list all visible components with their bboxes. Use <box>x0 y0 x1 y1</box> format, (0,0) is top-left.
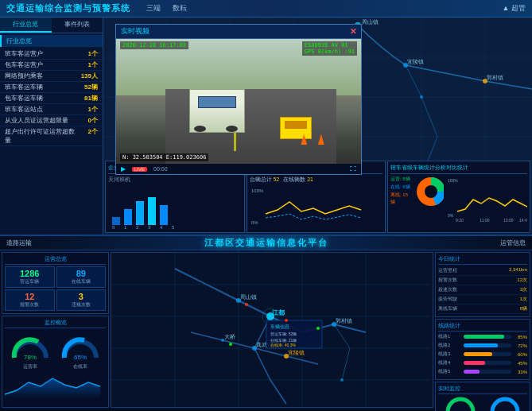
bp3-legend-1: 在线: 6辆 <box>390 184 411 191</box>
svg-text:0: 0 <box>112 225 115 229</box>
panel-row-3: 网络预约乘客 139人 <box>0 71 103 82</box>
progress-bar-bg-0 <box>464 335 511 339</box>
bp2-total: 52 <box>273 176 279 182</box>
label-6: 班车客运站点 <box>5 105 76 114</box>
bottom-map-svg: 周山镇 江都 郭村镇 真武镇 宜陵镇 大桥 车辆信息 营运车辆: 52辆 在线车… <box>111 253 433 407</box>
tab-overview[interactable]: 行业总览 <box>0 17 52 33</box>
progress-row-0: 线路1 85% <box>438 333 527 340</box>
svg-text:3: 3 <box>148 225 151 229</box>
svg-point-87 <box>492 399 518 411</box>
panel-row-1: 班车客运营户 1个 <box>0 48 103 60</box>
stat-value-0: 1286 <box>8 269 52 278</box>
info-row-1: 报警次数 12次 <box>438 276 527 285</box>
left-panel-tabs: 行业总览 事件列表 <box>0 17 103 33</box>
video-modal-header: 实时视频 ✕ <box>116 25 361 39</box>
stats1-title: 运营总览 <box>5 255 106 265</box>
progress-row-2: 线路3 60% <box>438 351 527 358</box>
progress-bar-fill-2 <box>464 352 492 356</box>
bottom-header: 道路运输 江都区交通运输信息化平台 运管信息 <box>0 236 532 250</box>
info-value-1: 12次 <box>517 277 527 284</box>
label-1: 班车客运营户 <box>5 49 76 58</box>
progress-bar-fill-1 <box>464 343 498 347</box>
bottom-right-label: 运管信息 <box>500 238 526 247</box>
fullscreen-button[interactable]: ⛶ <box>350 165 356 173</box>
svg-point-82 <box>229 343 232 346</box>
svg-text:13:00: 13:00 <box>503 218 514 223</box>
progress-val-4: 33% <box>513 370 527 374</box>
value-3: 139人 <box>76 72 98 80</box>
stats-panel-1: 运营总览 1286 营运车辆 89 在线车辆 12 报警次数 <box>2 252 109 314</box>
map-area: 周山镇 郭村镇 宜陵镇 真武镇 江都 大桥镇 吴桥镇 邵伯镇 小纪镇 实时视频 … <box>103 17 532 235</box>
stat-box-2: 12 报警次数 <box>5 289 55 311</box>
video-speed: ES00938 AV 01 GPS 0(km/h) :91 <box>302 41 357 56</box>
tab-events[interactable]: 事件列表 <box>52 17 103 33</box>
info-row-2: 超速次数 3次 <box>438 285 527 295</box>
info-label-1: 报警次数 <box>438 277 457 284</box>
info-row-0: 运营里程 2,341km <box>438 266 527 276</box>
value-7: 0个 <box>76 116 98 125</box>
top-section: 交通运输综合监测与预警系统 三端 数耘 ▲ 超管 行业总览 事件列表 行业总览 … <box>0 0 532 235</box>
road-scene <box>116 39 361 164</box>
progress-bar-fill-0 <box>464 335 504 339</box>
svg-rect-31 <box>160 205 168 225</box>
svg-text:宜陵镇: 宜陵镇 <box>407 59 424 65</box>
video-close-button[interactable]: ✕ <box>350 27 356 36</box>
app-title: 交通运输综合监测与预警系统 <box>6 2 130 14</box>
svg-rect-28 <box>124 209 132 225</box>
svg-text:宜陵镇: 宜陵镇 <box>288 350 305 356</box>
stat-value-2: 12 <box>8 292 52 301</box>
header-nav: 三端 数耘 <box>146 3 187 14</box>
stat-box-1: 89 在线车辆 <box>56 266 107 288</box>
panel-row-5: 包车客运车辆 81辆 <box>0 93 103 104</box>
progress-label-3: 线路4 <box>438 359 462 366</box>
svg-point-79 <box>245 303 248 306</box>
taxi-shape <box>280 117 312 139</box>
gauge2-label: 在线率 <box>60 363 100 370</box>
svg-text:78%: 78% <box>24 354 37 361</box>
svg-point-16 <box>420 95 423 99</box>
label-3: 网络预约乘客 <box>5 72 76 80</box>
svg-point-84 <box>448 399 473 411</box>
value-8: 2个 <box>76 127 98 145</box>
svg-text:营运车辆: 52辆: 营运车辆: 52辆 <box>270 332 297 336</box>
area-chart <box>5 370 106 398</box>
nav-shuyun[interactable]: 数耘 <box>173 3 187 14</box>
svg-rect-27 <box>112 217 120 225</box>
bp3-legend-2: 离线: 15辆 <box>390 192 411 206</box>
video-coords: N: 32.503504 E:119.023606 <box>120 153 208 161</box>
svg-rect-30 <box>148 197 156 225</box>
dials-container: 78 运营率 65 在线率 <box>438 396 527 411</box>
svg-point-67 <box>340 378 344 382</box>
nav-sanrui[interactable]: 三端 <box>146 3 161 14</box>
today-stats-title: 今日统计 <box>438 255 527 265</box>
svg-text:100%: 100% <box>448 178 458 183</box>
svg-text:周山镇: 周山镇 <box>362 19 379 25</box>
svg-text:江都: 江都 <box>272 309 285 316</box>
info-row-4: 离线车辆 8辆 <box>438 304 527 314</box>
video-title: 实时视频 <box>121 26 150 37</box>
svg-rect-29 <box>136 201 144 225</box>
bottom-left-label: 道路运输 <box>6 238 32 247</box>
info-value-0: 2,341km <box>509 267 527 274</box>
bp2-stats: 台辆总计 52 在线辆数 21 <box>250 176 383 184</box>
svg-point-41 <box>425 185 437 198</box>
svg-text:郭村镇: 郭村镇 <box>336 318 352 324</box>
progress-bar-bg-3 <box>464 361 511 365</box>
bus-window <box>198 96 236 108</box>
svg-text:在线率: 40.3%: 在线率: 40.3% <box>270 343 297 347</box>
time-chart: 100% 0% 9:20 11:00 13:00 14:40 <box>448 176 527 223</box>
play-button[interactable]: ▶ <box>121 165 126 173</box>
header-right: ▲ 超管 <box>503 3 526 14</box>
progress-row-4: 线路5 33% <box>438 368 527 375</box>
today-stats: 今日统计 运营里程 2,341km 报警次数 12次 超速次数 3次 疲劳驾驶 … <box>435 252 530 317</box>
bp3-legend-0: 运营: 8辆 <box>390 176 411 183</box>
label-8: 超户出行许可证运营超数量 <box>5 127 76 145</box>
info-label-0: 运营里程 <box>438 267 457 274</box>
progress-val-3: 45% <box>513 361 527 366</box>
video-timestamp: 2020-12-28 16:17:03 <box>120 41 188 49</box>
info-row-3: 疲劳驾驶 1次 <box>438 295 527 304</box>
stat-grid: 1286 营运车辆 89 在线车辆 12 报警次数 3 违规次数 <box>5 266 106 311</box>
label-2: 包车客运营户 <box>5 60 76 69</box>
bottom-content: 运营总览 1286 营运车辆 89 在线车辆 12 报警次数 <box>0 250 532 409</box>
right-panels: 今日统计 运营里程 2,341km 报警次数 12次 超速次数 3次 疲劳驾驶 … <box>435 252 530 408</box>
